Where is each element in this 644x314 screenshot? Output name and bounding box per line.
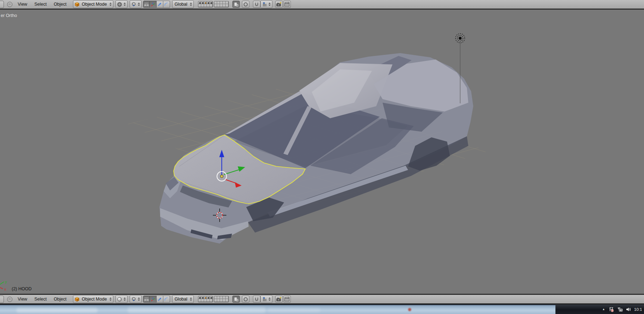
layer-cell[interactable] xyxy=(220,296,223,299)
rotate-manipulator-button[interactable] xyxy=(157,296,163,303)
layer-cell[interactable] xyxy=(220,299,223,302)
snap-magnet-button[interactable] xyxy=(253,1,260,8)
orientation-dropdown[interactable]: Global xyxy=(172,295,194,303)
collapse-menus-icon[interactable] xyxy=(7,2,12,7)
layer-cell[interactable] xyxy=(207,4,210,7)
blurred-red-icon xyxy=(408,308,411,311)
layer-cell[interactable] xyxy=(210,4,213,7)
layer-cell[interactable] xyxy=(220,4,223,7)
layer-cell[interactable] xyxy=(210,1,213,4)
layer-cell[interactable] xyxy=(204,296,207,299)
layer-cell[interactable] xyxy=(226,299,228,302)
layer-cell[interactable] xyxy=(207,296,210,299)
mode-dropdown[interactable]: Object Mode xyxy=(73,295,113,303)
volume-icon[interactable] xyxy=(626,307,631,312)
3d-viewport[interactable]: y x er Ortho (2) HOOD xyxy=(0,10,644,294)
layer-cell[interactable] xyxy=(217,1,220,4)
blender-window: View Select Object Object Mode xyxy=(0,0,644,314)
translate-manipulator-button[interactable] xyxy=(150,296,157,303)
menu-object[interactable]: Object xyxy=(54,297,67,302)
snap-magnet-button[interactable] xyxy=(253,296,260,303)
background-window[interactable] xyxy=(0,304,555,314)
svg-text:x: x xyxy=(4,287,6,291)
manipulator-widget-button[interactable] xyxy=(143,296,150,303)
render-image-button[interactable] xyxy=(275,296,283,303)
layer-cell[interactable] xyxy=(201,4,204,7)
scale-manipulator-button[interactable] xyxy=(163,296,170,303)
layer-cell[interactable] xyxy=(214,4,217,7)
layer-cell[interactable] xyxy=(207,299,210,302)
collapse-menus-icon[interactable] xyxy=(7,297,12,302)
layer-buttons[interactable] xyxy=(198,1,229,7)
layer-group xyxy=(214,1,229,7)
layer-cell[interactable] xyxy=(201,296,204,299)
layer-cell[interactable] xyxy=(223,299,226,302)
menu-select[interactable]: Select xyxy=(34,297,47,302)
menu-view[interactable]: View xyxy=(18,297,27,302)
object-mode-cube-icon xyxy=(74,2,80,7)
layer-cell[interactable] xyxy=(226,4,228,7)
layer-cell[interactable] xyxy=(223,1,226,4)
render-animation-button[interactable] xyxy=(283,296,291,303)
snap-element-dropdown[interactable] xyxy=(260,295,272,303)
layer-cell[interactable] xyxy=(226,1,228,4)
car-model[interactable] xyxy=(159,53,473,244)
layer-cell[interactable] xyxy=(207,1,210,4)
layer-cell[interactable] xyxy=(217,299,220,302)
manipulator-buttons xyxy=(143,1,170,8)
layer-cell[interactable] xyxy=(204,1,207,4)
layer-cell[interactable] xyxy=(210,296,213,299)
editor-type-button[interactable] xyxy=(0,296,4,303)
svg-text:y: y xyxy=(5,280,7,284)
render-image-button[interactable] xyxy=(275,1,283,8)
lock-to-scene-button[interactable] xyxy=(232,296,240,303)
translate-manipulator-button[interactable] xyxy=(150,1,157,8)
layer-cell[interactable] xyxy=(201,1,204,4)
rotate-manipulator-button[interactable] xyxy=(157,1,163,8)
menu-object[interactable]: Object xyxy=(54,2,67,7)
tray-expand-arrow-icon[interactable]: ▲ xyxy=(602,308,605,311)
layer-cell[interactable] xyxy=(210,299,213,302)
layer-cell[interactable] xyxy=(223,296,226,299)
pivot-point-dropdown[interactable] xyxy=(130,295,142,303)
layer-cell[interactable] xyxy=(198,296,201,299)
solid-shading-sphere-icon xyxy=(117,297,122,302)
orientation-dropdown[interactable]: Global xyxy=(172,0,194,8)
layer-cell[interactable] xyxy=(214,1,217,4)
layer-cell[interactable] xyxy=(220,1,223,4)
layer-cell[interactable] xyxy=(198,299,201,302)
layer-cell[interactable] xyxy=(217,4,220,7)
scale-manipulator-button[interactable] xyxy=(163,1,170,8)
layer-cell[interactable] xyxy=(198,1,201,4)
viewport-shading-dropdown[interactable] xyxy=(115,0,128,8)
menu-view[interactable]: View xyxy=(18,2,27,7)
snap-increment-grid-icon xyxy=(262,297,267,302)
pivot-point-dropdown[interactable] xyxy=(130,0,142,8)
layer-buttons[interactable] xyxy=(198,296,229,302)
layer-cell[interactable] xyxy=(198,4,201,7)
layer-cell[interactable] xyxy=(217,296,220,299)
proportional-edit-button[interactable] xyxy=(242,1,249,8)
bottom-header: View Select Object Object Mode xyxy=(0,295,644,304)
mode-dropdown[interactable]: Object Mode xyxy=(73,0,113,8)
viewport-shading-dropdown[interactable] xyxy=(115,295,128,303)
layer-cell[interactable] xyxy=(201,299,204,302)
manipulator-widget-button[interactable] xyxy=(143,1,150,8)
render-animation-button[interactable] xyxy=(283,1,291,8)
snap-element-dropdown[interactable] xyxy=(260,0,272,8)
layer-cell[interactable] xyxy=(214,299,217,302)
menu-select[interactable]: Select xyxy=(34,2,47,7)
layer-cell[interactable] xyxy=(214,296,217,299)
editor-type-button[interactable] xyxy=(0,1,4,8)
taskbar-clock[interactable]: 10:1 xyxy=(634,307,643,312)
layer-cell[interactable] xyxy=(204,299,207,302)
dropdown-arrows-icon xyxy=(190,297,192,301)
lock-to-scene-button[interactable] xyxy=(232,1,240,8)
layer-cell[interactable] xyxy=(223,4,226,7)
layer-group xyxy=(198,296,213,302)
layer-cell[interactable] xyxy=(226,296,228,299)
action-center-flag-icon[interactable] xyxy=(609,307,614,312)
proportional-edit-button[interactable] xyxy=(242,296,249,303)
network-icon[interactable] xyxy=(617,307,623,312)
layer-cell[interactable] xyxy=(204,4,207,7)
